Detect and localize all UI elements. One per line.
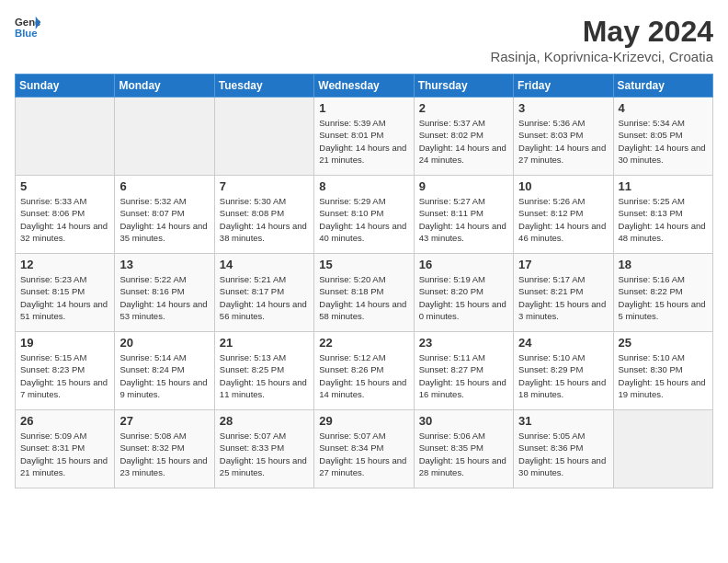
day-number: 28 <box>220 414 309 428</box>
calendar-cell: 1Sunrise: 5:39 AM Sunset: 8:01 PM Daylig… <box>314 98 414 176</box>
header-wednesday: Wednesday <box>314 75 414 98</box>
calendar-cell <box>613 410 712 488</box>
day-number: 11 <box>619 179 708 193</box>
page-header: General Blue May 2024 Rasinja, Koprivnic… <box>15 15 713 64</box>
calendar-cell: 6Sunrise: 5:32 AM Sunset: 8:07 PM Daylig… <box>115 176 214 254</box>
day-number: 14 <box>220 258 309 271</box>
day-info: Sunrise: 5:10 AM Sunset: 8:30 PM Dayligh… <box>619 351 708 400</box>
calendar-table: SundayMondayTuesdayWednesdayThursdayFrid… <box>15 74 713 488</box>
calendar-cell: 9Sunrise: 5:27 AM Sunset: 8:11 PM Daylig… <box>414 176 513 254</box>
day-info: Sunrise: 5:34 AM Sunset: 8:05 PM Dayligh… <box>619 117 708 166</box>
calendar-cell: 21Sunrise: 5:13 AM Sunset: 8:25 PM Dayli… <box>214 332 313 410</box>
calendar-subtitle: Rasinja, Koprivnica-Krizevci, Croatia <box>490 49 713 64</box>
day-number: 8 <box>319 179 408 193</box>
calendar-cell <box>16 98 115 176</box>
calendar-cell: 18Sunrise: 5:16 AM Sunset: 8:22 PM Dayli… <box>613 254 712 332</box>
day-number: 18 <box>619 258 708 271</box>
calendar-cell: 15Sunrise: 5:20 AM Sunset: 8:18 PM Dayli… <box>314 254 414 332</box>
header-monday: Monday <box>115 75 214 98</box>
calendar-cell: 29Sunrise: 5:07 AM Sunset: 8:34 PM Dayli… <box>314 410 414 488</box>
day-info: Sunrise: 5:12 AM Sunset: 8:26 PM Dayligh… <box>319 351 408 400</box>
calendar-title: May 2024 <box>490 15 713 49</box>
day-number: 30 <box>419 414 508 428</box>
day-info: Sunrise: 5:29 AM Sunset: 8:10 PM Dayligh… <box>319 195 408 244</box>
calendar-cell: 19Sunrise: 5:15 AM Sunset: 8:23 PM Dayli… <box>16 332 115 410</box>
calendar-cell: 25Sunrise: 5:10 AM Sunset: 8:30 PM Dayli… <box>613 332 712 410</box>
day-info: Sunrise: 5:07 AM Sunset: 8:33 PM Dayligh… <box>220 430 309 478</box>
day-info: Sunrise: 5:32 AM Sunset: 8:07 PM Dayligh… <box>119 195 209 244</box>
day-number: 13 <box>119 258 209 271</box>
calendar-week-5: 26Sunrise: 5:09 AM Sunset: 8:31 PM Dayli… <box>16 410 713 488</box>
day-info: Sunrise: 5:06 AM Sunset: 8:35 PM Dayligh… <box>419 430 508 478</box>
calendar-cell: 23Sunrise: 5:11 AM Sunset: 8:27 PM Dayli… <box>414 332 513 410</box>
calendar-cell: 3Sunrise: 5:36 AM Sunset: 8:03 PM Daylig… <box>514 98 613 176</box>
calendar-cell: 12Sunrise: 5:23 AM Sunset: 8:15 PM Dayli… <box>16 254 115 332</box>
calendar-week-2: 5Sunrise: 5:33 AM Sunset: 8:06 PM Daylig… <box>16 176 713 254</box>
day-number: 10 <box>518 179 608 193</box>
day-number: 6 <box>119 179 209 193</box>
calendar-cell: 31Sunrise: 5:05 AM Sunset: 8:36 PM Dayli… <box>514 410 613 488</box>
day-number: 19 <box>20 336 109 350</box>
day-number: 31 <box>518 414 608 428</box>
calendar-cell <box>115 98 214 176</box>
header-thursday: Thursday <box>414 75 513 98</box>
day-info: Sunrise: 5:13 AM Sunset: 8:25 PM Dayligh… <box>220 351 309 400</box>
day-info: Sunrise: 5:26 AM Sunset: 8:12 PM Dayligh… <box>518 195 608 244</box>
day-info: Sunrise: 5:14 AM Sunset: 8:24 PM Dayligh… <box>119 351 209 400</box>
calendar-cell: 16Sunrise: 5:19 AM Sunset: 8:20 PM Dayli… <box>414 254 513 332</box>
day-info: Sunrise: 5:11 AM Sunset: 8:27 PM Dayligh… <box>419 351 508 400</box>
svg-text:Blue: Blue <box>15 28 38 39</box>
day-number: 23 <box>419 336 508 350</box>
calendar-week-3: 12Sunrise: 5:23 AM Sunset: 8:15 PM Dayli… <box>16 254 713 332</box>
day-number: 12 <box>20 258 109 271</box>
calendar-cell: 22Sunrise: 5:12 AM Sunset: 8:26 PM Dayli… <box>314 332 414 410</box>
day-info: Sunrise: 5:07 AM Sunset: 8:34 PM Dayligh… <box>319 430 408 478</box>
day-info: Sunrise: 5:22 AM Sunset: 8:16 PM Dayligh… <box>119 273 209 322</box>
day-info: Sunrise: 5:15 AM Sunset: 8:23 PM Dayligh… <box>20 351 109 400</box>
day-number: 22 <box>319 336 408 350</box>
header-saturday: Saturday <box>613 75 712 98</box>
day-info: Sunrise: 5:17 AM Sunset: 8:21 PM Dayligh… <box>518 273 608 322</box>
day-number: 20 <box>119 336 209 350</box>
day-info: Sunrise: 5:08 AM Sunset: 8:32 PM Dayligh… <box>119 430 209 478</box>
calendar-cell <box>214 98 313 176</box>
calendar-cell: 7Sunrise: 5:30 AM Sunset: 8:08 PM Daylig… <box>214 176 313 254</box>
day-number: 25 <box>619 336 708 350</box>
day-info: Sunrise: 5:33 AM Sunset: 8:06 PM Dayligh… <box>20 195 109 244</box>
day-number: 16 <box>419 258 508 271</box>
day-info: Sunrise: 5:19 AM Sunset: 8:20 PM Dayligh… <box>419 273 508 322</box>
day-info: Sunrise: 5:39 AM Sunset: 8:01 PM Dayligh… <box>319 117 408 166</box>
calendar-cell: 28Sunrise: 5:07 AM Sunset: 8:33 PM Dayli… <box>214 410 313 488</box>
day-info: Sunrise: 5:09 AM Sunset: 8:31 PM Dayligh… <box>20 430 109 478</box>
calendar-header-row: SundayMondayTuesdayWednesdayThursdayFrid… <box>16 75 713 98</box>
title-block: May 2024 Rasinja, Koprivnica-Krizevci, C… <box>490 15 713 64</box>
day-number: 26 <box>20 414 109 428</box>
day-number: 2 <box>419 101 508 115</box>
day-number: 21 <box>220 336 309 350</box>
day-number: 24 <box>518 336 608 350</box>
logo: General Blue <box>15 15 40 40</box>
day-info: Sunrise: 5:05 AM Sunset: 8:36 PM Dayligh… <box>518 430 608 478</box>
calendar-cell: 5Sunrise: 5:33 AM Sunset: 8:06 PM Daylig… <box>16 176 115 254</box>
day-info: Sunrise: 5:36 AM Sunset: 8:03 PM Dayligh… <box>518 117 608 166</box>
calendar-cell: 20Sunrise: 5:14 AM Sunset: 8:24 PM Dayli… <box>115 332 214 410</box>
calendar-cell: 17Sunrise: 5:17 AM Sunset: 8:21 PM Dayli… <box>514 254 613 332</box>
calendar-cell: 10Sunrise: 5:26 AM Sunset: 8:12 PM Dayli… <box>514 176 613 254</box>
day-number: 7 <box>220 179 309 193</box>
calendar-cell: 24Sunrise: 5:10 AM Sunset: 8:29 PM Dayli… <box>514 332 613 410</box>
day-number: 9 <box>419 179 508 193</box>
logo-icon: General Blue <box>15 15 40 40</box>
day-number: 1 <box>319 101 408 115</box>
day-number: 4 <box>619 101 708 115</box>
header-friday: Friday <box>514 75 613 98</box>
day-number: 15 <box>319 258 408 271</box>
day-info: Sunrise: 5:25 AM Sunset: 8:13 PM Dayligh… <box>619 195 708 244</box>
day-info: Sunrise: 5:27 AM Sunset: 8:11 PM Dayligh… <box>419 195 508 244</box>
calendar-week-1: 1Sunrise: 5:39 AM Sunset: 8:01 PM Daylig… <box>16 98 713 176</box>
calendar-cell: 4Sunrise: 5:34 AM Sunset: 8:05 PM Daylig… <box>613 98 712 176</box>
day-info: Sunrise: 5:16 AM Sunset: 8:22 PM Dayligh… <box>619 273 708 322</box>
day-info: Sunrise: 5:30 AM Sunset: 8:08 PM Dayligh… <box>220 195 309 244</box>
day-number: 29 <box>319 414 408 428</box>
header-tuesday: Tuesday <box>214 75 313 98</box>
header-sunday: Sunday <box>16 75 115 98</box>
